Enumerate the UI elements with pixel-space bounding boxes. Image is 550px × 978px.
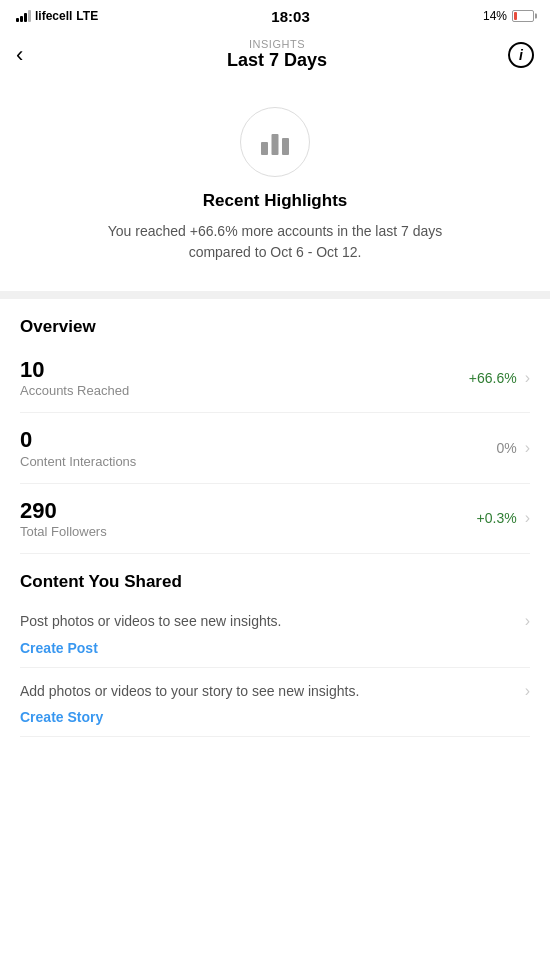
content-shared-title: Content You Shared (20, 572, 530, 592)
chevron-right-icon: › (525, 369, 530, 387)
chart-icon-circle (240, 107, 310, 177)
header-title-block: INSIGHTS Last 7 Days (46, 38, 508, 71)
highlights-title: Recent Highlights (203, 191, 348, 211)
content-interactions-label: Content Interactions (20, 454, 136, 469)
total-followers-change: +0.3% (477, 510, 517, 526)
highlights-section: Recent Highlights You reached +66.6% mor… (0, 83, 550, 291)
content-interactions-change: 0% (496, 440, 516, 456)
story-content-item: Add photos or videos to your story to se… (20, 668, 530, 738)
bar-chart-icon (257, 124, 293, 160)
chevron-right-icon: › (525, 682, 530, 700)
network-label: LTE (76, 9, 98, 23)
create-post-link[interactable]: Create Post (20, 640, 98, 656)
content-interactions-value: 0 (20, 427, 136, 453)
total-followers-row[interactable]: 290 Total Followers +0.3% › (20, 484, 530, 554)
highlights-description: You reached +66.6% more accounts in the … (105, 221, 445, 263)
post-content-row: Post photos or videos to see new insight… (20, 612, 530, 632)
accounts-reached-change: +66.6% (469, 370, 517, 386)
accounts-reached-row[interactable]: 10 Accounts Reached +66.6% › (20, 343, 530, 413)
post-content-item: Post photos or videos to see new insight… (20, 598, 530, 668)
content-interactions-row[interactable]: 0 Content Interactions 0% › (20, 413, 530, 483)
post-content-text: Post photos or videos to see new insight… (20, 612, 525, 632)
accounts-reached-value: 10 (20, 357, 129, 383)
content-you-shared-section: Content You Shared Post photos or videos… (0, 554, 550, 737)
battery-percent: 14% (483, 9, 507, 23)
svg-rect-0 (261, 142, 268, 155)
total-followers-label: Total Followers (20, 524, 107, 539)
chevron-right-icon: › (525, 612, 530, 630)
time-label: 18:03 (271, 8, 309, 25)
header-title: Last 7 Days (46, 50, 508, 71)
content-interactions-left: 0 Content Interactions (20, 427, 136, 468)
section-divider (0, 291, 550, 299)
accounts-reached-left: 10 Accounts Reached (20, 357, 129, 398)
story-content-row: Add photos or videos to your story to se… (20, 682, 530, 702)
battery-icon (512, 10, 534, 22)
total-followers-right: +0.3% › (477, 509, 530, 527)
status-right: 14% (483, 9, 534, 23)
accounts-reached-right: +66.6% › (469, 369, 530, 387)
header-subtitle: INSIGHTS (46, 38, 508, 50)
status-bar: lifecell LTE 18:03 14% (0, 0, 550, 30)
chevron-right-icon: › (525, 439, 530, 457)
carrier-label: lifecell (35, 9, 72, 23)
total-followers-left: 290 Total Followers (20, 498, 107, 539)
overview-section: Overview 10 Accounts Reached +66.6% › 0 … (0, 299, 550, 554)
svg-rect-1 (272, 134, 279, 155)
status-left: lifecell LTE (16, 9, 98, 23)
story-content-text: Add photos or videos to your story to se… (20, 682, 525, 702)
content-interactions-right: 0% › (496, 439, 530, 457)
chevron-right-icon: › (525, 509, 530, 527)
svg-rect-2 (282, 138, 289, 155)
accounts-reached-label: Accounts Reached (20, 383, 129, 398)
create-story-link[interactable]: Create Story (20, 709, 103, 725)
header: ‹ INSIGHTS Last 7 Days i (0, 30, 550, 83)
signal-icon (16, 10, 31, 22)
info-button[interactable]: i (508, 42, 534, 68)
overview-title: Overview (20, 317, 530, 337)
back-button[interactable]: ‹ (16, 42, 46, 68)
total-followers-value: 290 (20, 498, 107, 524)
